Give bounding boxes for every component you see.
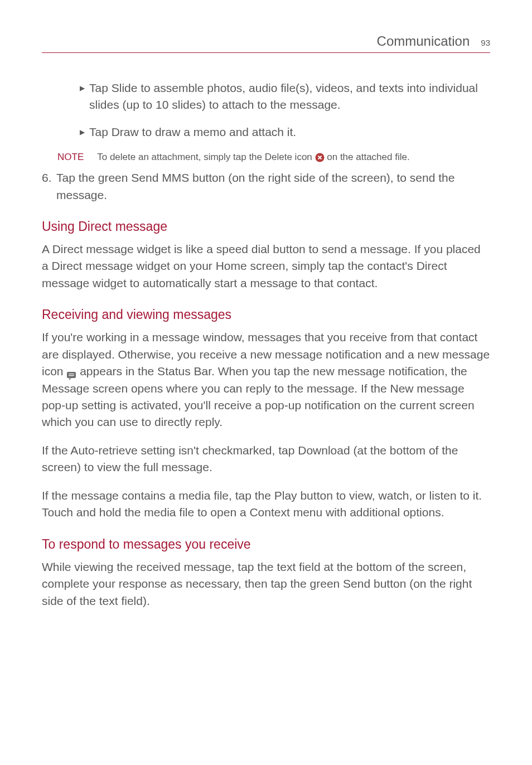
message-icon — [66, 368, 76, 377]
section-title: Communication — [377, 33, 470, 49]
svg-rect-1 — [67, 372, 76, 378]
bullet-marker-icon: ▶ — [80, 84, 85, 114]
step-number: 6. — [42, 170, 56, 204]
step-6: 6. Tap the green Send MMS button (on the… — [42, 170, 490, 204]
bullet-text: Tap Draw to draw a memo and attach it. — [89, 124, 490, 141]
note-label: NOTE — [57, 152, 84, 162]
paragraph-direct-message: A Direct message widget is like a speed … — [42, 241, 490, 292]
page-header: Communication 93 — [42, 33, 490, 53]
page-number: 93 — [481, 38, 490, 47]
bullet-draw: ▶ Tap Draw to draw a memo and attach it. — [80, 124, 490, 141]
step-text: Tap the green Send MMS button (on the ri… — [56, 170, 490, 204]
heading-respond: To respond to messages you receive — [42, 537, 490, 552]
bullet-slide: ▶ Tap Slide to assemble photos, audio fi… — [80, 80, 490, 114]
svg-rect-2 — [69, 374, 74, 374]
paragraph-respond: While viewing the received message, tap … — [42, 559, 490, 609]
paragraph-download: If the Auto-retrieve setting isn't check… — [42, 442, 490, 476]
svg-rect-3 — [69, 375, 74, 376]
delete-icon — [315, 153, 325, 162]
bullet-marker-icon: ▶ — [80, 128, 85, 141]
paragraph-receiving-1: If you're working in a message window, m… — [42, 329, 490, 431]
heading-receiving: Receiving and viewing messages — [42, 307, 490, 322]
paragraph-play: If the message contains a media file, ta… — [42, 487, 490, 521]
note: NOTETo delete an attachment, simply tap … — [57, 151, 490, 164]
heading-direct-message: Using Direct message — [42, 219, 490, 234]
bullet-text: Tap Slide to assemble photos, audio file… — [89, 80, 490, 114]
